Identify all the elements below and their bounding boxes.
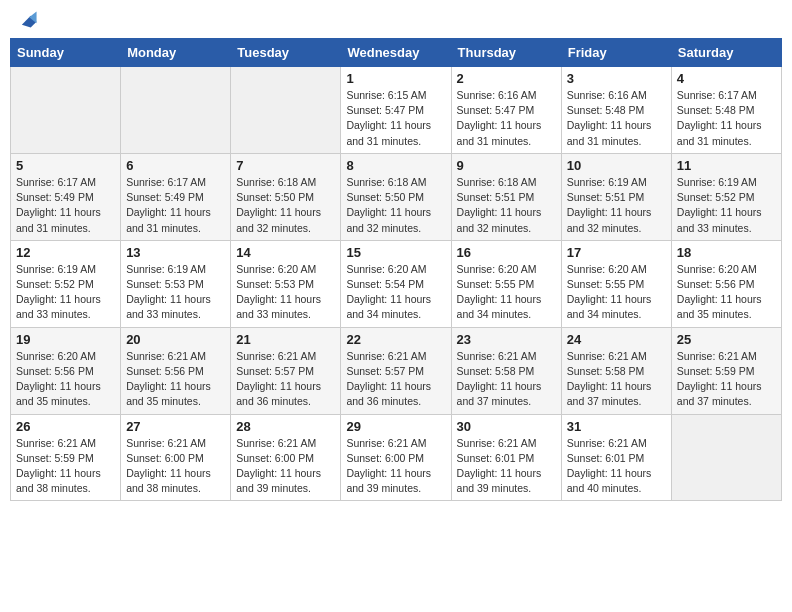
calendar-cell: 6Sunrise: 6:17 AM Sunset: 5:49 PM Daylig… <box>121 153 231 240</box>
day-number: 30 <box>457 419 556 434</box>
calendar-cell: 24Sunrise: 6:21 AM Sunset: 5:58 PM Dayli… <box>561 327 671 414</box>
calendar-cell: 11Sunrise: 6:19 AM Sunset: 5:52 PM Dayli… <box>671 153 781 240</box>
day-info: Sunrise: 6:16 AM Sunset: 5:48 PM Dayligh… <box>567 88 666 149</box>
day-info: Sunrise: 6:21 AM Sunset: 6:00 PM Dayligh… <box>126 436 225 497</box>
day-info: Sunrise: 6:21 AM Sunset: 6:00 PM Dayligh… <box>346 436 445 497</box>
day-number: 9 <box>457 158 556 173</box>
calendar-header-row: SundayMondayTuesdayWednesdayThursdayFrid… <box>11 39 782 67</box>
calendar-cell: 28Sunrise: 6:21 AM Sunset: 6:00 PM Dayli… <box>231 414 341 501</box>
day-info: Sunrise: 6:21 AM Sunset: 5:59 PM Dayligh… <box>677 349 776 410</box>
page-header <box>10 10 782 32</box>
day-number: 26 <box>16 419 115 434</box>
calendar-cell: 26Sunrise: 6:21 AM Sunset: 5:59 PM Dayli… <box>11 414 121 501</box>
calendar-week-row: 19Sunrise: 6:20 AM Sunset: 5:56 PM Dayli… <box>11 327 782 414</box>
day-info: Sunrise: 6:21 AM Sunset: 6:01 PM Dayligh… <box>457 436 556 497</box>
day-info: Sunrise: 6:21 AM Sunset: 5:57 PM Dayligh… <box>236 349 335 410</box>
day-info: Sunrise: 6:17 AM Sunset: 5:49 PM Dayligh… <box>126 175 225 236</box>
calendar-cell: 21Sunrise: 6:21 AM Sunset: 5:57 PM Dayli… <box>231 327 341 414</box>
day-number: 10 <box>567 158 666 173</box>
day-info: Sunrise: 6:19 AM Sunset: 5:52 PM Dayligh… <box>677 175 776 236</box>
day-header-thursday: Thursday <box>451 39 561 67</box>
day-number: 18 <box>677 245 776 260</box>
day-info: Sunrise: 6:20 AM Sunset: 5:55 PM Dayligh… <box>457 262 556 323</box>
day-header-saturday: Saturday <box>671 39 781 67</box>
day-info: Sunrise: 6:17 AM Sunset: 5:49 PM Dayligh… <box>16 175 115 236</box>
calendar-week-row: 1Sunrise: 6:15 AM Sunset: 5:47 PM Daylig… <box>11 67 782 154</box>
calendar-cell: 22Sunrise: 6:21 AM Sunset: 5:57 PM Dayli… <box>341 327 451 414</box>
calendar-cell: 23Sunrise: 6:21 AM Sunset: 5:58 PM Dayli… <box>451 327 561 414</box>
calendar-cell: 29Sunrise: 6:21 AM Sunset: 6:00 PM Dayli… <box>341 414 451 501</box>
day-info: Sunrise: 6:20 AM Sunset: 5:56 PM Dayligh… <box>677 262 776 323</box>
day-number: 14 <box>236 245 335 260</box>
calendar-week-row: 12Sunrise: 6:19 AM Sunset: 5:52 PM Dayli… <box>11 240 782 327</box>
calendar-cell <box>231 67 341 154</box>
calendar-week-row: 5Sunrise: 6:17 AM Sunset: 5:49 PM Daylig… <box>11 153 782 240</box>
day-number: 5 <box>16 158 115 173</box>
calendar-cell: 19Sunrise: 6:20 AM Sunset: 5:56 PM Dayli… <box>11 327 121 414</box>
day-number: 7 <box>236 158 335 173</box>
day-info: Sunrise: 6:16 AM Sunset: 5:47 PM Dayligh… <box>457 88 556 149</box>
day-info: Sunrise: 6:20 AM Sunset: 5:53 PM Dayligh… <box>236 262 335 323</box>
day-number: 2 <box>457 71 556 86</box>
logo-icon <box>16 10 38 32</box>
day-number: 13 <box>126 245 225 260</box>
day-info: Sunrise: 6:18 AM Sunset: 5:51 PM Dayligh… <box>457 175 556 236</box>
day-number: 12 <box>16 245 115 260</box>
day-number: 6 <box>126 158 225 173</box>
day-number: 11 <box>677 158 776 173</box>
calendar-cell: 5Sunrise: 6:17 AM Sunset: 5:49 PM Daylig… <box>11 153 121 240</box>
day-info: Sunrise: 6:21 AM Sunset: 6:01 PM Dayligh… <box>567 436 666 497</box>
calendar-cell: 17Sunrise: 6:20 AM Sunset: 5:55 PM Dayli… <box>561 240 671 327</box>
calendar-cell: 9Sunrise: 6:18 AM Sunset: 5:51 PM Daylig… <box>451 153 561 240</box>
day-info: Sunrise: 6:20 AM Sunset: 5:55 PM Dayligh… <box>567 262 666 323</box>
calendar-cell: 1Sunrise: 6:15 AM Sunset: 5:47 PM Daylig… <box>341 67 451 154</box>
calendar-cell <box>671 414 781 501</box>
calendar-table: SundayMondayTuesdayWednesdayThursdayFrid… <box>10 38 782 501</box>
calendar-cell <box>121 67 231 154</box>
day-number: 15 <box>346 245 445 260</box>
day-info: Sunrise: 6:21 AM Sunset: 6:00 PM Dayligh… <box>236 436 335 497</box>
calendar-cell: 4Sunrise: 6:17 AM Sunset: 5:48 PM Daylig… <box>671 67 781 154</box>
day-info: Sunrise: 6:21 AM Sunset: 5:58 PM Dayligh… <box>567 349 666 410</box>
calendar-cell: 27Sunrise: 6:21 AM Sunset: 6:00 PM Dayli… <box>121 414 231 501</box>
day-number: 24 <box>567 332 666 347</box>
calendar-cell: 25Sunrise: 6:21 AM Sunset: 5:59 PM Dayli… <box>671 327 781 414</box>
calendar-cell: 20Sunrise: 6:21 AM Sunset: 5:56 PM Dayli… <box>121 327 231 414</box>
day-info: Sunrise: 6:18 AM Sunset: 5:50 PM Dayligh… <box>346 175 445 236</box>
calendar-cell: 3Sunrise: 6:16 AM Sunset: 5:48 PM Daylig… <box>561 67 671 154</box>
calendar-cell: 13Sunrise: 6:19 AM Sunset: 5:53 PM Dayli… <box>121 240 231 327</box>
day-info: Sunrise: 6:21 AM Sunset: 5:57 PM Dayligh… <box>346 349 445 410</box>
day-number: 20 <box>126 332 225 347</box>
day-info: Sunrise: 6:19 AM Sunset: 5:52 PM Dayligh… <box>16 262 115 323</box>
day-number: 29 <box>346 419 445 434</box>
calendar-cell: 7Sunrise: 6:18 AM Sunset: 5:50 PM Daylig… <box>231 153 341 240</box>
logo <box>14 10 38 32</box>
day-info: Sunrise: 6:19 AM Sunset: 5:53 PM Dayligh… <box>126 262 225 323</box>
day-info: Sunrise: 6:21 AM Sunset: 5:56 PM Dayligh… <box>126 349 225 410</box>
day-info: Sunrise: 6:15 AM Sunset: 5:47 PM Dayligh… <box>346 88 445 149</box>
calendar-cell: 31Sunrise: 6:21 AM Sunset: 6:01 PM Dayli… <box>561 414 671 501</box>
calendar-cell: 12Sunrise: 6:19 AM Sunset: 5:52 PM Dayli… <box>11 240 121 327</box>
day-number: 31 <box>567 419 666 434</box>
calendar-cell: 10Sunrise: 6:19 AM Sunset: 5:51 PM Dayli… <box>561 153 671 240</box>
day-number: 19 <box>16 332 115 347</box>
day-info: Sunrise: 6:20 AM Sunset: 5:56 PM Dayligh… <box>16 349 115 410</box>
day-info: Sunrise: 6:19 AM Sunset: 5:51 PM Dayligh… <box>567 175 666 236</box>
calendar-cell: 14Sunrise: 6:20 AM Sunset: 5:53 PM Dayli… <box>231 240 341 327</box>
day-number: 27 <box>126 419 225 434</box>
day-number: 17 <box>567 245 666 260</box>
calendar-cell: 15Sunrise: 6:20 AM Sunset: 5:54 PM Dayli… <box>341 240 451 327</box>
day-header-friday: Friday <box>561 39 671 67</box>
day-info: Sunrise: 6:18 AM Sunset: 5:50 PM Dayligh… <box>236 175 335 236</box>
calendar-cell <box>11 67 121 154</box>
day-number: 8 <box>346 158 445 173</box>
day-header-wednesday: Wednesday <box>341 39 451 67</box>
day-number: 23 <box>457 332 556 347</box>
day-header-sunday: Sunday <box>11 39 121 67</box>
day-header-tuesday: Tuesday <box>231 39 341 67</box>
day-number: 25 <box>677 332 776 347</box>
day-header-monday: Monday <box>121 39 231 67</box>
day-number: 21 <box>236 332 335 347</box>
day-number: 28 <box>236 419 335 434</box>
day-info: Sunrise: 6:21 AM Sunset: 5:59 PM Dayligh… <box>16 436 115 497</box>
